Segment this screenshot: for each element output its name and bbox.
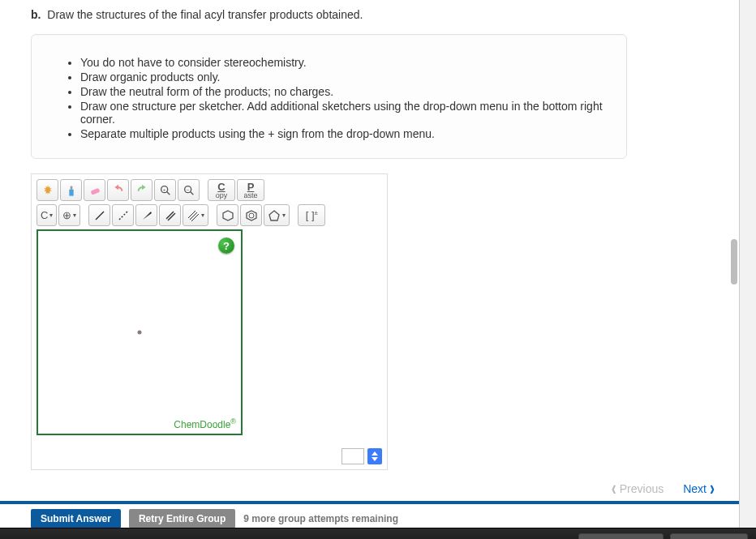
svg-line-7	[190, 191, 193, 195]
svg-line-16	[191, 214, 199, 221]
dotted-bond-icon[interactable]	[112, 204, 134, 226]
sketcher-count-input[interactable]	[341, 448, 364, 464]
bracket-tool-icon[interactable]: [ ]±	[298, 204, 325, 226]
chevron-right-icon: ›	[710, 478, 715, 498]
svg-marker-18	[247, 211, 256, 220]
hand-tool-icon[interactable]	[37, 179, 58, 201]
spray-tool-icon[interactable]	[60, 179, 82, 201]
hint-item: Draw organic products only.	[80, 71, 604, 83]
pentagon-select[interactable]: ▾	[264, 204, 290, 226]
svg-marker-11	[143, 212, 152, 220]
previous-link: ‹ Previous	[612, 481, 664, 496]
svg-marker-17	[223, 211, 233, 220]
canvas-seed-dot	[138, 331, 142, 335]
svg-text:−: −	[186, 186, 189, 191]
retry-group-button[interactable]: Retry Entire Group	[129, 509, 235, 528]
undo-icon[interactable]	[107, 179, 129, 201]
hexagon-icon[interactable]	[217, 204, 238, 226]
svg-rect-0	[69, 189, 73, 195]
attempts-remaining: 9 more group attempts remaining	[243, 513, 398, 524]
single-bond-icon[interactable]	[88, 204, 110, 226]
triple-bond-select[interactable]: ▾	[183, 204, 208, 226]
svg-point-19	[249, 213, 254, 218]
eraser-tool-icon[interactable]	[84, 179, 105, 201]
svg-marker-20	[269, 211, 279, 220]
zoom-out-icon[interactable]: −	[178, 179, 200, 201]
double-bond-icon[interactable]	[159, 204, 181, 226]
drawing-canvas[interactable]: ? ChemDoodle®	[37, 229, 243, 435]
help-icon[interactable]: ?	[218, 237, 234, 254]
save-exit-button[interactable]: Save and Exit	[670, 533, 748, 539]
svg-line-9	[96, 212, 104, 220]
svg-line-10	[119, 212, 127, 220]
element-select[interactable]: C ▾	[37, 204, 57, 226]
hint-item: You do not have to consider stereochemis…	[80, 56, 604, 69]
svg-rect-2	[90, 187, 100, 195]
chevron-down-icon: ▾	[73, 212, 76, 219]
question-label: b.	[31, 8, 41, 21]
svg-marker-22	[372, 457, 378, 461]
sketcher-stepper[interactable]	[367, 448, 382, 464]
hint-item: Draw the neutral form of the products; n…	[80, 85, 604, 98]
svg-text:+: +	[162, 186, 165, 191]
chevron-left-icon: ‹	[612, 478, 616, 498]
chevron-down-icon: ▾	[201, 212, 204, 219]
redo-icon[interactable]	[131, 179, 152, 201]
copy-button[interactable]: C opy	[208, 179, 235, 201]
footer-bar: Email Instructor Save and Exit	[0, 528, 756, 539]
toolbar-row-1: + − C opy P aste	[37, 179, 382, 201]
svg-line-4	[166, 191, 170, 195]
svg-line-15	[190, 212, 197, 220]
toolbar-row-2: C ▾ ⊕ ▾	[37, 204, 382, 226]
svg-line-14	[188, 211, 195, 218]
hint-item: Separate multiple products using the + s…	[80, 127, 604, 140]
svg-marker-21	[372, 451, 378, 456]
email-instructor-button[interactable]: Email Instructor	[578, 533, 664, 539]
charge-select[interactable]: ⊕ ▾	[58, 204, 80, 226]
scrollbar-thumb[interactable]	[731, 239, 737, 284]
page: b. Draw the structures of the final acyl…	[0, 0, 740, 528]
hint-item: Draw one structure per sketcher. Add add…	[80, 100, 604, 126]
question-text: Draw the structures of the final acyl tr…	[47, 8, 363, 21]
paste-button[interactable]: P aste	[237, 179, 264, 201]
zoom-in-icon[interactable]: +	[154, 179, 176, 201]
chevron-down-icon: ▾	[282, 212, 286, 219]
chemdoodle-brand: ChemDoodle®	[174, 417, 236, 430]
submit-answer-button[interactable]: Submit Answer	[31, 509, 121, 528]
svg-rect-1	[70, 186, 72, 189]
wedge-bond-icon[interactable]	[135, 204, 157, 226]
chevron-down-icon: ▾	[49, 212, 53, 219]
question-prompt: b. Draw the structures of the final acyl…	[31, 8, 708, 21]
next-link[interactable]: Next ›	[683, 481, 715, 496]
sketcher-panel: + − C opy P aste C ▾	[31, 173, 388, 470]
instructions-panel: You do not have to consider stereochemis…	[31, 34, 627, 159]
benzene-icon[interactable]	[240, 204, 262, 226]
